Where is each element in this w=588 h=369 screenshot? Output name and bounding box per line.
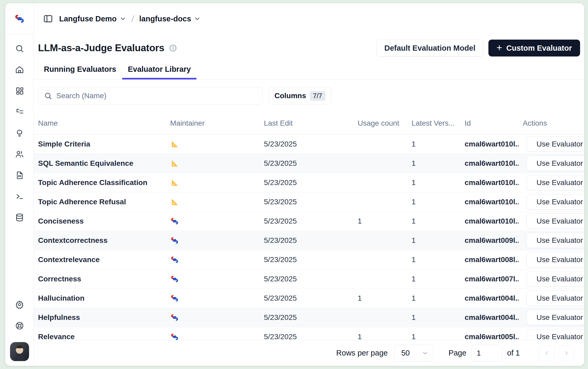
previous-page-button[interactable] [539, 345, 555, 361]
maintainer-cell [166, 159, 260, 168]
home-icon[interactable] [15, 65, 24, 74]
evaluator-id: cmal6wart004l... [460, 294, 519, 302]
last-edit-date: 5/23/2025 [260, 333, 353, 340]
default-evaluation-model-button[interactable]: Default Evaluation Model [376, 40, 484, 56]
col-header-actions: Actions [519, 119, 584, 127]
info-icon[interactable] [169, 44, 177, 52]
last-edit-date: 5/23/2025 [260, 294, 353, 302]
plus-icon: + [497, 43, 502, 53]
evaluator-name: Hallucination [34, 294, 166, 302]
last-edit-date: 5/23/2025 [260, 159, 353, 168]
use-evaluator-button[interactable]: Use Evaluator [526, 329, 584, 340]
col-header-id: Id [460, 119, 519, 127]
actions-cell: Use Evaluator [519, 136, 584, 152]
evaluator-name: Relevance [34, 333, 166, 340]
page-number-input[interactable] [471, 345, 502, 362]
table-row[interactable]: Correctness 5/23/2025 1 cmal6wart007l...… [34, 269, 584, 289]
evaluator-name: Contextcorrectness [34, 236, 166, 245]
use-evaluator-button[interactable]: Use Evaluator [526, 175, 584, 190]
langfuse-icon [170, 275, 179, 283]
usage-count-value: 1 [353, 333, 407, 340]
table-body: Simple Criteria 5/23/2025 1 cmal6wart010… [34, 135, 584, 340]
last-edit-date: 5/23/2025 [260, 236, 353, 245]
use-evaluator-button[interactable]: Use Evaluator [526, 271, 584, 287]
use-evaluator-button[interactable]: Use Evaluator [526, 156, 584, 171]
chevron-left-icon [544, 350, 550, 356]
rows-per-page-value: 50 [401, 349, 410, 357]
latest-version-value: 1 [407, 294, 460, 302]
page-header: LLM-as-a-Judge Evaluators Default Evalua… [34, 34, 584, 56]
columns-button[interactable]: Columns 7/7 [268, 87, 332, 105]
breadcrumb-project[interactable]: langfuse-docs [139, 15, 201, 23]
last-edit-date: 5/23/2025 [260, 178, 353, 187]
actions-cell: Use Evaluator [519, 271, 584, 287]
latest-version-value: 1 [407, 159, 460, 168]
evaluator-name: Contextrelevance [34, 256, 166, 264]
use-evaluator-button[interactable]: Use Evaluator [526, 214, 584, 229]
col-header-last-edit: Last Edit [260, 119, 353, 127]
avatar-image [10, 342, 29, 361]
tab-bar: Running Evaluators Evaluator Library [34, 65, 584, 79]
users-icon[interactable] [15, 149, 24, 159]
actions-cell: Use Evaluator [519, 214, 584, 229]
table-row[interactable]: Simple Criteria 5/23/2025 1 cmal6wart010… [34, 135, 584, 154]
table-row[interactable]: Contextcorrectness 5/23/2025 1 cmal6wart… [34, 231, 584, 250]
settings-gear-icon[interactable] [15, 300, 24, 309]
evaluator-name: Conciseness [34, 217, 166, 225]
latest-version-value: 1 [407, 313, 460, 322]
tracing-list-tree-icon[interactable] [15, 107, 24, 117]
user-avatar[interactable] [10, 342, 29, 361]
col-header-latest-version: Latest Vers... [407, 119, 460, 127]
last-edit-date: 5/23/2025 [260, 275, 353, 283]
project-name: langfuse-docs [139, 15, 191, 23]
table-row[interactable]: Topic Adherence Classification 5/23/2025… [34, 173, 584, 192]
breadcrumb-org[interactable]: Langfuse Demo [59, 15, 126, 23]
evaluator-id: cmal6wart010l... [460, 159, 519, 168]
support-lifebuoy-icon[interactable] [15, 321, 24, 330]
topbar: Langfuse Demo / langfuse-docs [34, 3, 584, 34]
table-row[interactable]: Contextrelevance 5/23/2025 1 cmal6wart00… [34, 250, 584, 269]
use-evaluator-button[interactable]: Use Evaluator [526, 194, 584, 210]
table-row[interactable]: SQL Semantic Equivalence 5/23/2025 1 cma… [34, 154, 584, 173]
table-toolbar: Columns 7/7 [34, 80, 584, 112]
langfuse-icon [170, 217, 179, 226]
dashboard-icon[interactable] [15, 86, 24, 96]
maintainer-cell [166, 178, 260, 187]
langfuse-logo-icon [14, 13, 25, 24]
table-row[interactable]: Topic Adherence Refusal 5/23/2025 1 cmal… [34, 192, 584, 212]
lightbulb-icon[interactable] [15, 128, 24, 138]
tab-evaluator-library[interactable]: Evaluator Library [122, 65, 197, 79]
custom-evaluator-button[interactable]: + Custom Evaluator [488, 40, 580, 56]
use-evaluator-button[interactable]: Use Evaluator [526, 233, 584, 248]
actions-cell: Use Evaluator [519, 175, 584, 190]
latest-version-value: 1 [407, 178, 460, 187]
next-page-button[interactable] [558, 345, 574, 361]
maintainer-cell [166, 275, 260, 283]
table-row[interactable]: Conciseness 5/23/2025 1 1 cmal6wart010l.… [34, 212, 584, 231]
evaluator-name: Topic Adherence Refusal [34, 198, 166, 206]
table-row[interactable]: Relevance 5/23/2025 1 1 cmal6wart005l...… [34, 327, 584, 340]
use-evaluator-button[interactable]: Use Evaluator [526, 136, 584, 152]
maintainer-cell [166, 313, 260, 322]
terminal-icon[interactable] [15, 192, 24, 201]
table-row[interactable]: Hallucination 5/23/2025 1 1 cmal6wart004… [34, 289, 584, 308]
evaluator-id: cmal6wart009l... [460, 236, 519, 245]
use-evaluator-button[interactable]: Use Evaluator [526, 291, 584, 306]
chevron-down-icon [119, 15, 126, 22]
sidebar [5, 3, 34, 366]
ragas-icon [170, 140, 179, 149]
main-area: Langfuse Demo / langfuse-docs LLM-as-a-J… [34, 3, 584, 366]
sidebar-toggle-icon[interactable] [42, 13, 54, 25]
use-evaluator-button[interactable]: Use Evaluator [526, 252, 584, 267]
latest-version-value: 1 [407, 236, 460, 245]
database-icon[interactable] [15, 213, 24, 222]
latest-version-value: 1 [407, 140, 460, 148]
tab-running-evaluators[interactable]: Running Evaluators [38, 65, 122, 79]
use-evaluator-button[interactable]: Use Evaluator [526, 310, 584, 325]
col-header-maintainer: Maintainer [166, 119, 260, 127]
table-row[interactable]: Helpfulness 5/23/2025 1 cmal6wart004l...… [34, 308, 584, 327]
search-icon[interactable] [15, 44, 24, 53]
rows-per-page-select[interactable]: 50 [394, 345, 434, 362]
file-code-icon[interactable] [15, 171, 24, 180]
search-input[interactable] [56, 92, 256, 100]
